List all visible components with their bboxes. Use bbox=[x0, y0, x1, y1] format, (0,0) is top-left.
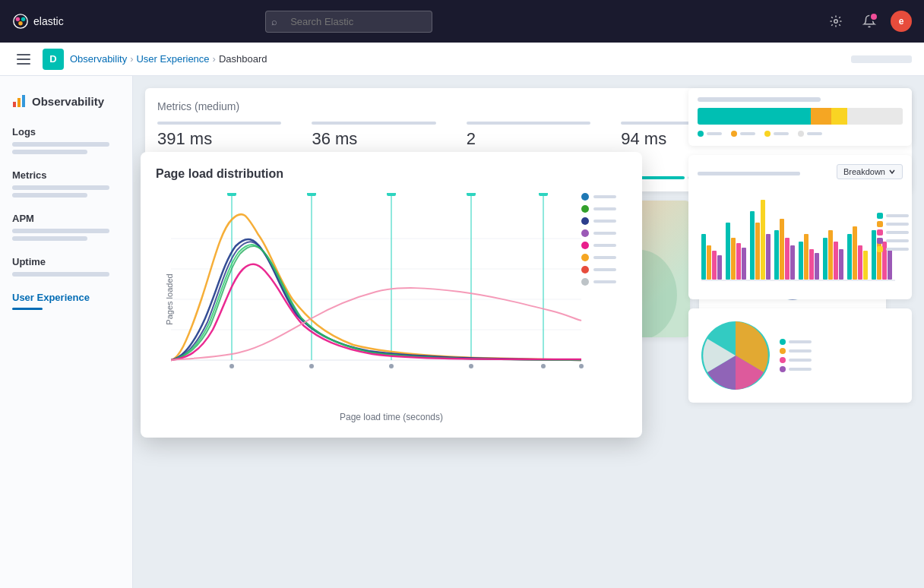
svg-rect-33 bbox=[539, 193, 548, 196]
breadcrumb-observability[interactable]: Observability bbox=[70, 53, 127, 65]
svg-point-37 bbox=[469, 364, 473, 368]
svg-point-34 bbox=[229, 364, 234, 368]
legend-bar-6 bbox=[593, 256, 616, 259]
sidebar-item-metrics[interactable]: Metrics bbox=[0, 163, 132, 207]
dot-circle-4 bbox=[798, 131, 804, 137]
svg-point-2 bbox=[21, 17, 25, 22]
breakdown-dropdown[interactable]: Breakdown bbox=[837, 164, 903, 179]
sidebar-apm-line2 bbox=[12, 236, 87, 241]
top-nav: elastic ⌕ e bbox=[0, 0, 924, 43]
legend-dot-8 bbox=[581, 278, 589, 286]
legend-dot-1 bbox=[581, 193, 589, 201]
y-axis-label: Pages loaded bbox=[165, 273, 174, 324]
sidebar-title: Observability bbox=[32, 95, 104, 108]
sidebar-uptime-line1 bbox=[12, 272, 109, 277]
pld-legend bbox=[581, 193, 627, 286]
sidebar-active-indicator bbox=[12, 308, 43, 310]
breadcrumb-sep: › bbox=[213, 53, 216, 65]
svg-point-39 bbox=[579, 364, 584, 368]
metric-value-2: 36 ms bbox=[312, 129, 435, 149]
sidebar-logs-label: Logs bbox=[12, 126, 120, 138]
metric-bar-1 bbox=[157, 122, 281, 125]
svg-rect-64 bbox=[847, 234, 852, 280]
content-area: Metrics (medium) 391 ms 36 ms 2 94 ms bbox=[133, 76, 924, 588]
legend-dot-6 bbox=[581, 254, 589, 261]
legend-dot-4 bbox=[581, 229, 589, 237]
elastic-logo[interactable]: elastic bbox=[12, 13, 64, 30]
breadcrumb-user-experience[interactable]: User Experience bbox=[136, 53, 209, 65]
svg-rect-48 bbox=[750, 211, 755, 280]
sidebar-logs-line1 bbox=[12, 142, 109, 147]
grouped-bar-chart-card: Breakdown bbox=[688, 155, 912, 299]
legend-bar-1 bbox=[593, 195, 616, 198]
chevron-down-icon bbox=[888, 168, 896, 175]
dot-label-4 bbox=[807, 132, 822, 135]
sidebar: Observability Logs Metrics APM Uptime Us… bbox=[0, 76, 133, 588]
svg-rect-53 bbox=[780, 219, 784, 280]
pld-x-axis-label: Page load time (seconds) bbox=[156, 412, 627, 422]
pie-chart-2-card bbox=[688, 308, 912, 403]
breadcrumb: Observability › User Experience › Dashbo… bbox=[70, 53, 267, 65]
sidebar-logs-line2 bbox=[12, 150, 87, 154]
elastic-title: elastic bbox=[33, 15, 64, 27]
pld-chart-svg bbox=[171, 193, 612, 390]
sidebar-item-logs[interactable]: Logs bbox=[0, 120, 132, 163]
svg-rect-27 bbox=[307, 193, 316, 196]
bar-chart-legend bbox=[877, 213, 909, 252]
observability-icon bbox=[12, 94, 26, 108]
settings-icon-button[interactable] bbox=[824, 9, 848, 33]
legend-dot-5 bbox=[581, 242, 589, 249]
svg-rect-41 bbox=[707, 245, 711, 280]
metric-bar-3 bbox=[467, 122, 590, 125]
legend-bar-4 bbox=[593, 232, 616, 235]
sidebar-item-apm[interactable]: APM bbox=[0, 207, 132, 250]
pie-2-legend bbox=[780, 339, 812, 372]
svg-rect-49 bbox=[755, 223, 760, 280]
metric-bar-2 bbox=[312, 122, 435, 125]
dot-circle-2 bbox=[731, 131, 737, 137]
svg-rect-60 bbox=[823, 238, 827, 280]
dot-item-3 bbox=[764, 131, 789, 137]
svg-rect-59 bbox=[815, 253, 819, 280]
hamburger-line bbox=[17, 54, 30, 55]
legend-item-5 bbox=[581, 242, 627, 249]
dot-label-3 bbox=[774, 132, 789, 135]
search-input[interactable] bbox=[265, 11, 432, 33]
svg-point-38 bbox=[541, 364, 546, 368]
chart-header: Breakdown bbox=[698, 164, 903, 182]
sidebar-apm-label: APM bbox=[12, 213, 120, 224]
svg-rect-40 bbox=[701, 234, 706, 280]
svg-rect-52 bbox=[774, 230, 779, 280]
card-title-bar bbox=[698, 97, 821, 102]
svg-rect-31 bbox=[467, 193, 476, 196]
page-load-distribution-panel: Page load distribution Pages loaded bbox=[141, 152, 642, 438]
pie-svg-2 bbox=[698, 318, 774, 394]
breadcrumb-sep: › bbox=[130, 53, 133, 65]
nav-icons: e bbox=[824, 9, 912, 33]
breadcrumb-dashboard: Dashboard bbox=[219, 53, 267, 65]
hamburger-button[interactable] bbox=[12, 47, 36, 71]
sidebar-item-user-experience[interactable]: User Experience bbox=[0, 286, 132, 316]
svg-point-4 bbox=[834, 20, 838, 24]
legend-item-7 bbox=[581, 266, 627, 273]
sidebar-metrics-line2 bbox=[12, 193, 87, 198]
stacked-seg-3 bbox=[831, 108, 848, 125]
svg-rect-29 bbox=[387, 193, 396, 196]
alerts-icon-button[interactable] bbox=[857, 9, 881, 33]
legend-item-2 bbox=[581, 205, 627, 213]
svg-rect-6 bbox=[17, 98, 21, 107]
svg-rect-56 bbox=[799, 242, 803, 280]
legend-item-8 bbox=[581, 278, 627, 286]
legend-bar-5 bbox=[593, 244, 616, 247]
sidebar-uptime-label: Uptime bbox=[12, 256, 120, 267]
stacked-seg-1 bbox=[698, 108, 811, 125]
user-avatar[interactable]: e bbox=[891, 11, 912, 32]
svg-rect-44 bbox=[726, 223, 730, 280]
legend-dot-3 bbox=[581, 217, 589, 225]
metric-item-3: 2 bbox=[467, 122, 590, 149]
legend-dot-2 bbox=[581, 205, 589, 213]
dropdown-label: Breakdown bbox=[843, 167, 885, 176]
svg-rect-65 bbox=[853, 226, 857, 280]
svg-rect-67 bbox=[863, 251, 868, 280]
sidebar-item-uptime[interactable]: Uptime bbox=[0, 250, 132, 286]
